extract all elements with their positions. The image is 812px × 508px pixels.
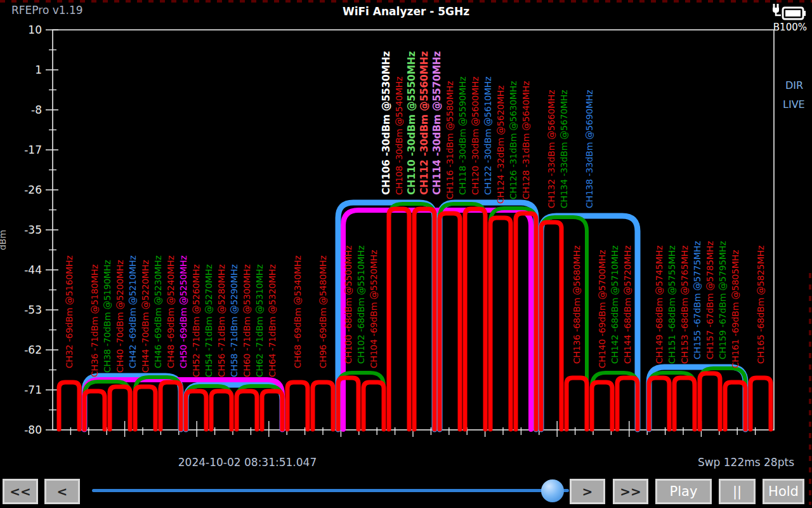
step-back-button[interactable]: <: [44, 479, 80, 504]
trace-ch149: [649, 378, 669, 429]
spectrum-chart: 101-8-17-26-35-44-53-62-71-80: [0, 0, 812, 508]
trace-ch161: [725, 382, 745, 429]
y-tick-label: -80: [24, 424, 42, 436]
rewind-button[interactable]: <<: [3, 479, 38, 504]
trace-ch165: [750, 378, 771, 429]
trace-ch118: [440, 204, 485, 429]
rfepro-app: RFEPro v1.19 WiFi Analyzer - 5GHz B100% …: [0, 0, 812, 508]
trace-ch68: [287, 382, 308, 429]
trace-ch153: [674, 378, 695, 429]
trace-ch122: [440, 203, 536, 429]
trace-ch157: [700, 373, 720, 429]
trace-ch134: [541, 217, 587, 429]
trace-ch144: [617, 378, 638, 429]
trace-ch104: [363, 382, 384, 429]
hold-button[interactable]: Hold: [763, 479, 804, 504]
trace-ch96: [313, 382, 333, 429]
y-tick-label: -62: [24, 344, 42, 356]
sweep-timestamp: 2024-10-02 08:31:51.047: [152, 456, 343, 469]
pause-button[interactable]: ||: [719, 479, 756, 504]
trace-ch36: [84, 391, 105, 429]
y-tick-label: 10: [28, 23, 42, 36]
trace-ch56: [211, 391, 232, 429]
trace-ch140: [592, 382, 612, 429]
sweep-stats: Swp 122ms 28pts: [698, 456, 794, 469]
y-tick-label: -8: [31, 104, 42, 116]
trace-ch112: [414, 209, 435, 429]
trace-ch159: [700, 368, 745, 429]
trace-ch132: [541, 222, 561, 429]
trace-ch110: [389, 204, 435, 429]
trace-ch44: [135, 387, 155, 429]
trace-ch120: [465, 209, 485, 429]
trace-ch60: [237, 391, 257, 429]
trace-ch32: [59, 382, 79, 429]
trace-ch48: [160, 382, 181, 429]
play-button[interactable]: Play: [655, 479, 712, 504]
fast-forward-button[interactable]: >>: [613, 479, 648, 504]
y-tick-label: -26: [24, 184, 42, 196]
trace-ch151: [649, 373, 695, 429]
trace-ch124: [490, 218, 511, 429]
sweep-slider-track[interactable]: [92, 489, 569, 492]
y-tick-label: -71: [24, 384, 42, 396]
trace-ch138: [541, 216, 638, 429]
trace-ch40: [110, 387, 130, 429]
trace-ch136: [566, 378, 587, 429]
y-tick-label: -17: [24, 144, 42, 156]
sweep-slider-thumb[interactable]: [541, 479, 564, 502]
y-tick-label: 1: [35, 64, 42, 76]
trace-ch116: [440, 213, 460, 429]
step-forward-button[interactable]: >: [570, 479, 605, 504]
y-tick-label: -44: [24, 264, 42, 276]
y-tick-label: -53: [24, 304, 42, 316]
trace-ch108: [389, 209, 409, 429]
trace-ch106: [338, 203, 435, 429]
y-tick-label: -35: [24, 224, 42, 236]
